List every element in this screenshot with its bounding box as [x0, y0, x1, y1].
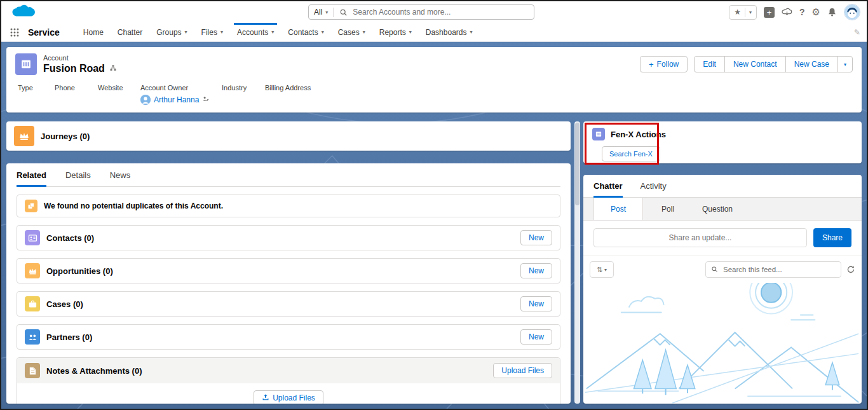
- setup-gear-button[interactable]: ⚙: [812, 6, 820, 18]
- journeys-card: Journeys (0): [6, 121, 571, 151]
- record-tabs: Related Details News: [17, 163, 560, 187]
- chatter-card: Chatter Activity Post Poll Question Shar…: [583, 175, 862, 404]
- share-composer: Share: [583, 221, 862, 256]
- user-avatar[interactable]: [844, 4, 860, 20]
- tab-details[interactable]: Details: [65, 163, 91, 186]
- account-owner-link[interactable]: Arthur Hanna: [140, 95, 222, 105]
- chevron-down-icon[interactable]: ▾: [220, 29, 223, 35]
- field-type: Type: [18, 84, 55, 105]
- hierarchy-icon[interactable]: [109, 63, 117, 74]
- chevron-down-icon[interactable]: ▾: [363, 29, 365, 35]
- tab-news[interactable]: News: [110, 163, 131, 186]
- scrollbar-thumb[interactable]: [575, 123, 580, 205]
- divider: [745, 8, 745, 17]
- chevron-down-icon[interactable]: ▾: [322, 29, 324, 35]
- notifications-bell-button[interactable]: [827, 7, 837, 17]
- tab-poll[interactable]: Poll: [643, 198, 693, 220]
- share-update-input[interactable]: [593, 228, 807, 247]
- share-button[interactable]: Share: [813, 228, 851, 247]
- feed-refresh-button[interactable]: [846, 265, 855, 274]
- follow-label: Follow: [657, 60, 679, 69]
- related-list-opportunities: Opportunities (0) New: [17, 258, 560, 284]
- feed-search-input[interactable]: [722, 265, 836, 274]
- chevron-down-icon[interactable]: ▾: [185, 29, 187, 35]
- quick-create-button[interactable]: +: [764, 7, 775, 18]
- new-partner-button[interactable]: New: [520, 329, 552, 345]
- empty-feed-illustration: [583, 283, 862, 404]
- nav-item-cases[interactable]: Cases▾: [331, 23, 372, 41]
- chevron-down-icon[interactable]: ▾: [409, 29, 412, 35]
- left-panel-scrollbar[interactable]: [574, 121, 580, 404]
- change-owner-icon[interactable]: [202, 95, 209, 104]
- tab-related[interactable]: Related: [17, 163, 46, 186]
- nav-item-files[interactable]: Files▾: [194, 23, 230, 41]
- chevron-down-icon: ▾: [604, 267, 607, 273]
- owner-avatar: [140, 95, 151, 105]
- nav-item-label: Chatter: [118, 28, 142, 37]
- new-opportunity-button[interactable]: New: [520, 263, 552, 278]
- nav-item-label: Cases: [338, 28, 360, 37]
- nav-item-contacts[interactable]: Contacts▾: [281, 23, 330, 41]
- right-column: Fen-X Actions Search Fen-X Chatter Activ…: [583, 121, 862, 404]
- nav-item-reports[interactable]: Reports▾: [372, 23, 419, 41]
- global-search-input[interactable]: [351, 7, 534, 17]
- edit-button[interactable]: Edit: [694, 56, 725, 72]
- record-title: Fusion Road: [43, 63, 105, 74]
- related-list-title: Contacts (0): [46, 233, 94, 243]
- duplicates-notice: We found no potential duplicates of this…: [17, 195, 560, 217]
- nav-item-label: Groups: [156, 28, 181, 37]
- chevron-down-icon[interactable]: ▾: [470, 29, 472, 35]
- account-entity-icon: [15, 53, 37, 75]
- record-header-card: Account Fusion Road + Follow: [6, 47, 862, 113]
- related-list-title: Cases (0): [46, 299, 83, 309]
- new-contact-button[interactable]: New Contact: [724, 56, 786, 72]
- search-fenx-button[interactable]: Search Fen-X: [602, 146, 660, 161]
- feed-sort-button[interactable]: ⇅ ▾: [590, 261, 614, 278]
- field-label: Industry: [222, 84, 265, 92]
- upload-files-button[interactable]: Upload Files: [254, 390, 323, 404]
- feed-controls: ⇅ ▾: [583, 256, 862, 283]
- notes-icon: [25, 363, 40, 378]
- more-actions-button[interactable]: ▾: [837, 56, 853, 72]
- record-tabs-card: Related Details News We found no potenti…: [6, 163, 571, 404]
- nav-item-dashboards[interactable]: Dashboards▾: [419, 23, 480, 41]
- tab-post[interactable]: Post: [593, 198, 643, 220]
- tab-chatter[interactable]: Chatter: [593, 175, 623, 197]
- nav-item-chatter[interactable]: Chatter: [111, 23, 149, 41]
- left-column: Journeys (0) Related Details News: [6, 121, 571, 404]
- search-scope-button[interactable]: All ▾: [309, 5, 333, 19]
- tab-question[interactable]: Question: [693, 198, 742, 220]
- related-list-title: Partners (0): [46, 332, 92, 342]
- new-contact-related-button[interactable]: New: [520, 230, 552, 245]
- help-button[interactable]: ?: [799, 7, 805, 17]
- favorites-button[interactable]: ★ ▾: [729, 5, 757, 20]
- guidance-cloud-button[interactable]: [782, 8, 792, 17]
- nav-item-label: Contacts: [288, 28, 318, 37]
- fenx-title: Fen-X Actions: [611, 130, 666, 139]
- nav-item-groups[interactable]: Groups▾: [149, 23, 194, 41]
- notes-dropzone[interactable]: Upload Files Or drop files: [17, 383, 560, 404]
- search-icon: [339, 8, 348, 17]
- record-action-group: Edit New Contact New Case ▾: [694, 56, 853, 72]
- fenx-header: Fen-X Actions: [592, 128, 853, 140]
- notes-header: Notes & Attachments (0) Upload Files: [17, 358, 560, 383]
- nav-edit-pencil-icon[interactable]: ✎: [854, 23, 860, 41]
- nav-item-home[interactable]: Home: [76, 23, 111, 41]
- app-launcher-button[interactable]: [8, 23, 22, 41]
- field-label: Billing Address: [265, 84, 335, 92]
- main-columns: Journeys (0) Related Details News: [6, 121, 862, 404]
- global-actions: ★ ▾ + ? ⚙: [729, 4, 860, 20]
- new-case-button[interactable]: New Case: [785, 56, 838, 72]
- contacts-icon: [25, 230, 40, 245]
- new-case-related-button[interactable]: New: [520, 296, 552, 311]
- related-list-title: Opportunities (0): [46, 266, 113, 276]
- related-list-cases: Cases (0) New: [17, 291, 560, 317]
- chevron-down-icon[interactable]: ▾: [271, 29, 274, 35]
- upload-files-header-button[interactable]: Upload Files: [493, 363, 552, 378]
- nav-item-accounts[interactable]: Accounts▾: [230, 23, 281, 41]
- follow-button[interactable]: + Follow: [640, 56, 688, 72]
- tab-activity[interactable]: Activity: [641, 175, 667, 197]
- record-actions: + Follow Edit New Contact New Case ▾: [640, 56, 853, 72]
- field-account-owner: Account Owner Arthur Hanna: [140, 84, 222, 105]
- salesforce-app-window: All ▾ ★ ▾ + ? ⚙: [0, 0, 868, 410]
